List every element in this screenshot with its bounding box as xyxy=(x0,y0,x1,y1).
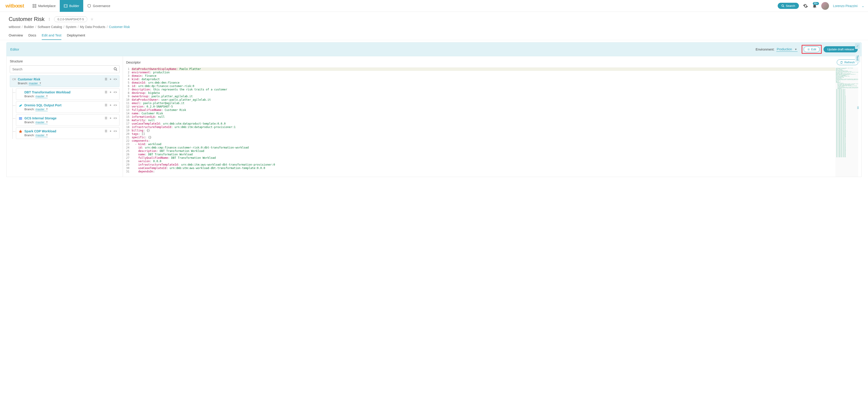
tab-edit-and-test[interactable]: Edit and Test xyxy=(42,32,61,40)
code-icon[interactable]: <> xyxy=(114,103,117,107)
tree-item-name: Spark CDP Workload xyxy=(24,129,103,133)
star-icon[interactable]: ☆ xyxy=(91,17,93,21)
structure-search xyxy=(10,65,120,73)
svg-rect-8 xyxy=(19,119,22,119)
main-nav: Marketplace Builder Governance xyxy=(29,0,114,12)
breadcrumb-item[interactable]: System xyxy=(66,25,76,29)
minimap[interactable]: dataProductOwnerDisplayName: Paolo Platt… xyxy=(835,67,858,177)
search-input[interactable] xyxy=(10,65,120,73)
target-icon[interactable]: ⌖ xyxy=(110,103,111,107)
chevron-down-icon[interactable]: ⌄ xyxy=(862,4,864,8)
dremio-icon xyxy=(19,103,23,107)
code-icon[interactable]: <> xyxy=(114,129,117,133)
search-label: Search xyxy=(786,4,795,7)
breadcrumb-item[interactable]: witboost xyxy=(9,25,20,29)
svg-rect-0 xyxy=(33,4,34,5)
user-name[interactable]: Lorenzo Pirazzini xyxy=(833,4,858,8)
avatar[interactable] xyxy=(821,2,829,10)
svg-point-5 xyxy=(782,5,784,7)
row-actions: ☰ ⌖ <> xyxy=(105,103,117,107)
branch-label: Branch: xyxy=(18,81,28,85)
search-icon[interactable] xyxy=(114,67,117,71)
refresh-icon xyxy=(840,61,843,64)
code-editor[interactable]: 1234567891011121314151617181920212223242… xyxy=(126,67,858,177)
tree-item[interactable]: DBT Transformation Workload Branch: mast… xyxy=(16,89,120,100)
breadcrumb-item[interactable]: Builder xyxy=(24,25,34,29)
environment-select[interactable]: Production xyxy=(776,47,798,52)
top-right: 99+ Lorenzo Pirazzini ⌄ xyxy=(803,2,864,10)
editor-label: Editor xyxy=(10,47,19,51)
edit-button[interactable]: Edit xyxy=(804,46,820,52)
line-gutter: 1234567891011121314151617181920212223242… xyxy=(126,67,132,177)
breadcrumb-item[interactable]: My Data Products xyxy=(80,25,105,29)
nav-governance[interactable]: Governance xyxy=(83,0,114,12)
code-icon[interactable]: <> xyxy=(114,77,117,81)
target-icon[interactable]: ⌖ xyxy=(110,129,111,133)
tab-overview[interactable]: Overview xyxy=(9,32,23,40)
tab-docs[interactable]: Docs xyxy=(29,32,36,40)
code-content[interactable]: dataProductOwnerDisplayName: Paolo Platt… xyxy=(132,67,835,177)
breadcrumb-item[interactable]: Software Catalog xyxy=(38,25,62,29)
breadcrumb: witboost/Builder/Software Catalog/System… xyxy=(0,25,868,32)
branch-select[interactable]: master xyxy=(29,81,41,85)
nav-label: Builder xyxy=(69,4,80,8)
tree-item-name: Dremio SQL Output Port xyxy=(24,103,103,107)
drag-handle-icon[interactable]: ⠿ xyxy=(857,106,859,110)
breadcrumb-item: Customer Risk xyxy=(109,25,130,29)
target-icon[interactable]: ⌖ xyxy=(110,77,111,81)
branch-select[interactable]: master xyxy=(35,121,48,124)
notifications-button[interactable]: 99+ xyxy=(812,3,817,8)
branch-label: Branch: xyxy=(24,134,35,137)
more-menu-button[interactable]: ⋮ xyxy=(48,17,51,21)
nav-label: Governance xyxy=(93,4,110,8)
target-icon[interactable]: ⌖ xyxy=(110,116,111,120)
breadcrumb-sep: / xyxy=(63,25,64,29)
tree-root[interactable]: CR Customer Risk Branch: master ☰ ⌖ <> xyxy=(10,75,120,87)
code-icon[interactable]: <> xyxy=(114,91,117,94)
branch-label: Branch: xyxy=(24,95,35,98)
version-pill[interactable]: 0.2.0-SNAPSHOT-5 xyxy=(54,16,87,22)
list-icon xyxy=(807,48,810,51)
tree-item[interactable]: Spark CDP Workload Branch: master ☰ ⌖ <> xyxy=(16,127,120,139)
test-side-tab[interactable]: Test xyxy=(855,53,860,62)
list-icon[interactable]: ☰ xyxy=(105,77,107,81)
nav-marketplace[interactable]: Marketplace xyxy=(29,0,60,12)
structure-title: Structure xyxy=(10,60,23,63)
expand-icon[interactable]: ⤢ xyxy=(855,43,860,49)
code-icon[interactable]: <> xyxy=(114,116,117,120)
descriptor-panel: Descriptor Refresh 123456789101112131415… xyxy=(123,56,861,177)
gear-icon[interactable] xyxy=(803,3,808,8)
tabs: OverviewDocsEdit and TestDeployment xyxy=(0,32,868,40)
row-actions: ☰ ⌖ <> xyxy=(105,77,117,81)
logo: witboost xyxy=(5,3,24,9)
branch-select[interactable]: master xyxy=(35,95,48,98)
branch-select[interactable]: master xyxy=(35,107,48,111)
search-button[interactable]: Search xyxy=(778,3,799,9)
target-icon[interactable]: ⌖ xyxy=(110,91,111,94)
tree-item[interactable]: Dremio SQL Output Port Branch: master ☰ … xyxy=(16,101,120,113)
env-label: Environment: xyxy=(755,47,774,51)
list-icon[interactable]: ☰ xyxy=(105,91,107,94)
list-icon[interactable]: ☰ xyxy=(105,116,107,120)
svg-rect-2 xyxy=(33,6,34,7)
edit-label: Edit xyxy=(811,47,816,51)
row-actions: ☰ ⌖ <> xyxy=(105,91,117,94)
main-panels: Structure CR Customer Risk Branch: maste… xyxy=(6,56,862,177)
svg-point-6 xyxy=(114,68,116,70)
tree-children: DBT Transformation Workload Branch: mast… xyxy=(12,89,120,139)
update-draft-button[interactable]: Update draft release xyxy=(824,46,858,53)
editor-bar: Editor Environment: Production Edit Upda… xyxy=(6,42,862,56)
gcs-icon xyxy=(19,116,23,121)
list-icon[interactable]: ☰ xyxy=(105,129,107,133)
tab-deployment[interactable]: Deployment xyxy=(67,32,85,40)
branch-select[interactable]: master xyxy=(35,134,48,137)
root-badge: CR xyxy=(12,78,16,81)
list-icon[interactable]: ☰ xyxy=(105,103,107,107)
breadcrumb-sep: / xyxy=(35,25,36,29)
descriptor-title: Descriptor xyxy=(126,61,141,64)
refresh-label: Refresh xyxy=(844,61,855,64)
nav-builder[interactable]: Builder xyxy=(60,0,84,12)
tree-item[interactable]: GCS Internal Storage Branch: master ☰ ⌖ … xyxy=(16,114,120,126)
tree-item-name: DBT Transformation Workload xyxy=(24,91,103,94)
code-icon xyxy=(64,4,67,8)
